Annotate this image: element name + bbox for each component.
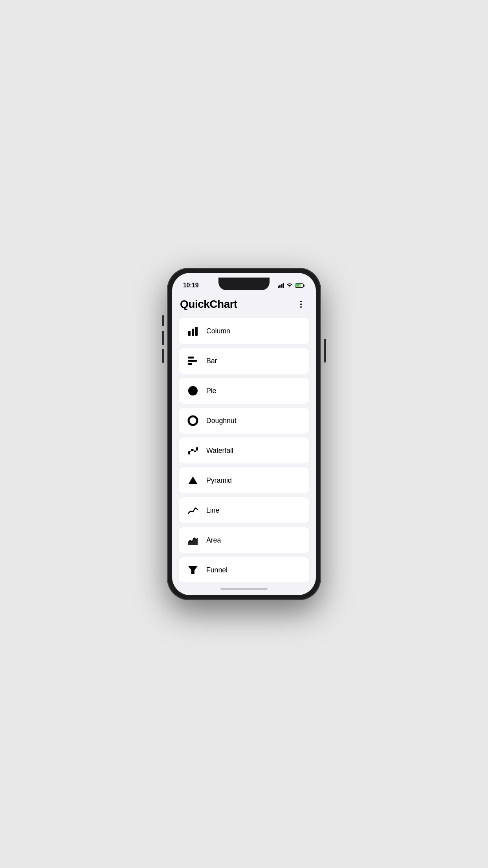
svg-point-6: [189, 416, 197, 425]
svg-marker-14: [188, 476, 198, 484]
status-icons: ⚡: [278, 282, 305, 289]
funnel-chart-icon: [186, 563, 200, 577]
volume-up-button: [162, 331, 164, 345]
svg-rect-1: [192, 329, 194, 336]
chart-item-area[interactable]: Area: [178, 527, 310, 554]
chart-label-column: Column: [206, 327, 230, 335]
svg-rect-8: [191, 449, 193, 451]
chart-label-area: Area: [206, 536, 221, 544]
chart-item-bar[interactable]: Bar: [178, 348, 310, 374]
chart-label-waterfall: Waterfall: [206, 447, 233, 455]
chart-item-waterfall[interactable]: Waterfall: [178, 437, 310, 464]
volume-down-button: [162, 349, 164, 363]
svg-line-12: [193, 449, 194, 451]
silent-button: [162, 315, 164, 326]
line-chart-icon: [186, 503, 200, 517]
status-time: 10:19: [183, 282, 198, 289]
chart-list: Column Bar: [172, 315, 316, 582]
app-title: QuickChart: [180, 298, 237, 311]
svg-rect-7: [188, 451, 190, 454]
app-header: QuickChart: [172, 292, 316, 315]
column-chart-icon: [186, 324, 200, 338]
chart-item-line[interactable]: Line: [178, 497, 310, 524]
phone-screen: 10:19: [172, 273, 316, 595]
svg-rect-5: [188, 363, 192, 365]
chart-label-funnel: Funnel: [206, 566, 227, 574]
chart-label-line: Line: [206, 506, 219, 515]
wifi-icon: [286, 282, 293, 289]
chart-item-column[interactable]: Column: [178, 318, 310, 344]
notch: [218, 278, 270, 290]
svg-rect-4: [188, 360, 197, 362]
signal-icon: [278, 283, 284, 288]
home-indicator: [172, 582, 316, 595]
battery-icon: ⚡: [295, 283, 305, 288]
doughnut-chart-icon: [186, 414, 200, 428]
svg-rect-9: [194, 451, 196, 452]
svg-rect-10: [196, 447, 198, 451]
waterfall-chart-icon: [186, 443, 200, 458]
bar-chart-icon: [186, 354, 200, 368]
svg-rect-3: [188, 357, 194, 359]
svg-rect-2: [195, 327, 198, 336]
chart-label-pie: Pie: [206, 387, 216, 395]
phone-frame: 10:19: [167, 268, 321, 600]
area-chart-icon: [186, 533, 200, 547]
chart-item-doughnut[interactable]: Doughnut: [178, 407, 310, 434]
chart-item-pie[interactable]: Pie: [178, 377, 310, 404]
pyramid-chart-icon: [186, 473, 200, 487]
home-bar: [220, 588, 268, 590]
more-button[interactable]: [294, 297, 308, 311]
chart-label-doughnut: Doughnut: [206, 417, 236, 425]
svg-marker-16: [188, 566, 198, 574]
chart-item-funnel[interactable]: Funnel: [178, 557, 310, 582]
chart-label-bar: Bar: [206, 357, 217, 365]
svg-rect-0: [188, 331, 191, 336]
chart-item-pyramid[interactable]: Pyramid: [178, 467, 310, 494]
power-button: [324, 339, 326, 362]
chart-label-pyramid: Pyramid: [206, 476, 232, 485]
pie-chart-icon: [186, 384, 200, 398]
more-dots-icon: [300, 301, 302, 308]
